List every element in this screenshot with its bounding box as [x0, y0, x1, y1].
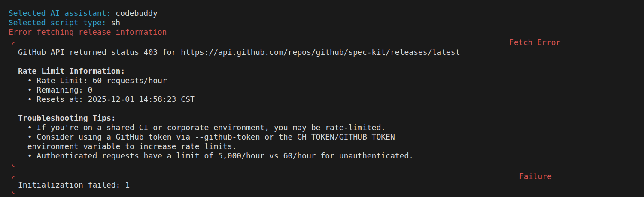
selected-script-type-value: sh — [111, 18, 120, 27]
selected-script-type-label: Selected script type: — [9, 18, 111, 27]
failure-message: Initialization failed: 1 — [18, 180, 644, 190]
terminal-header-output: Selected AI assistant: codebuddy Selecte… — [0, 0, 644, 37]
panel-text-line: • Remaining: 0 — [18, 85, 644, 95]
fetch-error-panel-title: Fetch Error — [504, 38, 565, 47]
panel-text-line: environment variable to increase rate li… — [18, 142, 644, 151]
terminal-screen: { "colors": { "background": "#1a1a1a", "… — [0, 0, 644, 197]
panel-text-line: GitHub API returned status 403 for https… — [18, 48, 644, 57]
failure-panel: Failure Initialization failed: 1 — [12, 176, 644, 194]
panel-text-line: • Resets at: 2025-12-01 14:58:23 CST — [18, 95, 644, 104]
panel-text-line: • Authenticated requests have a limit of… — [18, 151, 644, 161]
panel-text-line: Rate Limit Information: — [18, 66, 644, 76]
selected-script-type-line: Selected script type: sh — [9, 18, 644, 27]
panel-text-line: • Rate Limit: 60 requests/hour — [18, 76, 644, 85]
fetch-error-panel: Fetch Error GitHub API returned status 4… — [12, 42, 644, 167]
failure-panel-title: Failure — [514, 172, 556, 181]
error-fetching-line: Error fetching release information — [9, 27, 644, 37]
panel-text-line: Troubleshooting Tips: — [18, 113, 644, 123]
panel-text-line — [18, 104, 644, 113]
fetch-error-panel-body: GitHub API returned status 403 for https… — [12, 42, 644, 167]
panel-text-line: • If you're on a shared CI or corporate … — [18, 123, 644, 132]
selected-assistant-value: codebuddy — [115, 9, 158, 18]
panel-text-line: • Consider using a GitHub token via --gi… — [18, 132, 644, 142]
selected-assistant-line: Selected AI assistant: codebuddy — [9, 9, 644, 18]
panel-text-line — [18, 57, 644, 66]
selected-assistant-label: Selected AI assistant: — [9, 9, 115, 18]
